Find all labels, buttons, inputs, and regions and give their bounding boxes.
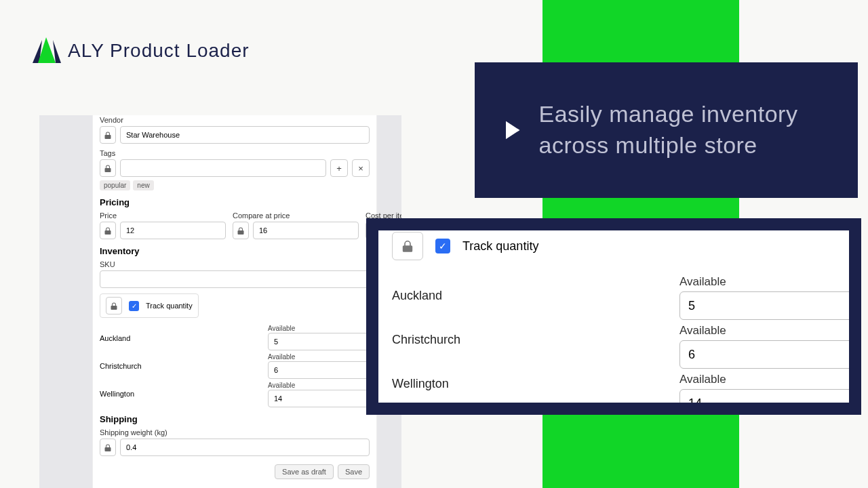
tag-chips: popular new [100,180,370,190]
vendor-label: Vendor [100,116,370,124]
available-label: Available [679,373,835,386]
track-quantity-checkbox[interactable]: ✓ [435,239,450,253]
compare-label: Compare at price [233,211,359,220]
sku-input[interactable] [100,270,370,288]
available-input[interactable] [679,389,849,403]
lock-icon[interactable] [100,439,116,456]
tag-clear-button[interactable]: × [352,159,370,177]
inventory-zoom-panel: ✓ Track quantity Auckland Christchurch W… [366,218,861,415]
shipping-weight-label: Shipping weight (kg) [100,428,370,436]
lock-icon[interactable] [100,159,116,177]
track-quantity-label: Track quantity [146,302,193,310]
track-quantity-label: Track quantity [462,239,538,253]
lock-icon[interactable] [392,232,423,260]
lock-icon[interactable] [100,126,116,144]
lock-icon[interactable] [106,297,122,314]
available-label: Available [679,275,835,289]
location-name: Auckland [392,289,679,303]
save-button[interactable]: Save [338,464,370,479]
svg-marker-3 [506,121,520,140]
slogan-text: Easily manage inventory across multiple … [539,99,831,161]
brand-logo: ALY Product Loader [33,37,250,64]
save-draft-button[interactable]: Save as draft [275,464,334,479]
product-form-preview: Vendor Tags + × popular new Pricing Pric… [39,115,401,488]
track-quantity-row: ✓ Track quantity [100,293,199,318]
lock-icon[interactable] [233,222,249,239]
vendor-input[interactable] [120,126,370,144]
inventory-heading: Inventory [100,246,370,256]
tag-chip[interactable]: new [133,180,153,190]
lock-icon[interactable] [100,222,116,239]
tags-label: Tags [100,149,370,157]
available-input[interactable] [679,340,849,369]
price-input[interactable] [120,222,226,239]
available-input[interactable] [268,361,374,379]
play-icon [506,115,520,145]
inventory-locations-zoom: Auckland Christchurch Wellington Availab… [392,275,835,403]
compare-input[interactable] [253,222,359,239]
available-label: Available [268,382,370,389]
brand-logo-icon [33,37,61,64]
available-label: Available [679,324,835,338]
pricing-heading: Pricing [100,197,370,207]
form-actions: Save as draft Save [100,464,370,479]
location-name: Christchurch [100,362,268,370]
shipping-heading: Shipping [100,414,370,424]
available-input[interactable] [268,333,374,350]
available-label: Available [268,353,370,361]
location-name: Auckland [100,334,268,342]
marketing-slogan-panel: Easily manage inventory across multiple … [475,62,858,198]
inventory-locations: Auckland Christchurch Wellington Availab… [100,325,370,407]
shipping-weight-input[interactable] [120,439,370,456]
brand-name: ALY Product Loader [68,40,250,62]
track-quantity-checkbox[interactable]: ✓ [129,301,139,311]
location-name: Wellington [100,390,268,398]
available-label: Available [268,325,370,332]
location-name: Christchurch [392,333,679,347]
tag-add-button[interactable]: + [330,159,348,177]
price-label: Price [100,211,226,220]
track-quantity-row-zoom: ✓ Track quantity [392,232,835,260]
location-name: Wellington [392,377,679,391]
available-input[interactable] [268,390,374,407]
tag-chip[interactable]: popular [100,180,130,190]
sku-label: SKU [100,260,370,268]
available-input[interactable] [679,291,849,320]
tags-input[interactable] [120,159,326,177]
